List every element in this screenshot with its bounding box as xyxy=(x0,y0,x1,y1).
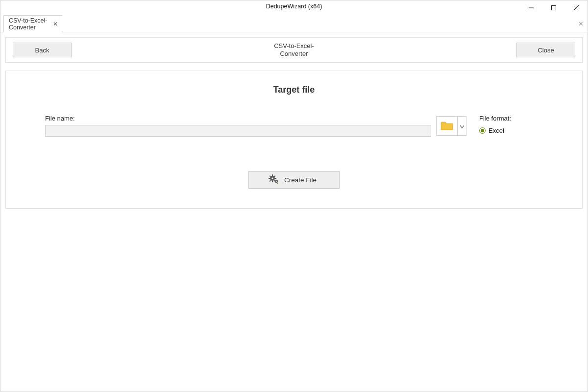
tab-close-icon[interactable]: ✕ xyxy=(52,21,59,27)
content-area: Back CSV-to-Excel- Converter Close Targe… xyxy=(0,32,588,392)
close-button[interactable]: Close xyxy=(516,43,575,57)
file-name-input[interactable] xyxy=(45,125,431,137)
minimize-button[interactable] xyxy=(520,0,542,15)
svg-rect-3 xyxy=(272,181,273,182)
create-file-label: Create File xyxy=(284,176,317,184)
tabstrip-close-icon[interactable]: ✕ xyxy=(578,20,584,27)
chevron-down-icon xyxy=(460,122,464,130)
svg-rect-4 xyxy=(269,178,270,179)
tab-converter[interactable]: CSV-to-Excel- Converter ✕ xyxy=(3,15,62,32)
maximize-button[interactable] xyxy=(542,0,565,15)
tab-label: CSV-to-Excel- Converter xyxy=(9,17,48,31)
page-header-bar: Back CSV-to-Excel- Converter Close xyxy=(5,37,583,63)
tab-strip: CSV-to-Excel- Converter ✕ ✕ xyxy=(0,15,588,32)
window-title: DedupeWizard (x64) xyxy=(0,3,588,10)
svg-rect-0 xyxy=(552,6,556,10)
format-option-excel[interactable]: Excel xyxy=(479,127,543,134)
svg-rect-2 xyxy=(272,174,273,176)
titlebar: DedupeWizard (x64) xyxy=(0,0,588,15)
folder-icon xyxy=(441,120,453,132)
browse-dropdown-button[interactable] xyxy=(458,116,466,136)
target-file-panel: Target file File name: xyxy=(5,71,583,209)
create-file-button[interactable]: Create File xyxy=(248,171,340,189)
page-title: CSV-to-Excel- Converter xyxy=(78,42,510,58)
svg-point-12 xyxy=(276,181,277,182)
svg-point-10 xyxy=(271,177,273,179)
radio-icon xyxy=(479,127,486,134)
format-option-label: Excel xyxy=(489,127,504,134)
svg-rect-5 xyxy=(275,178,276,179)
file-name-label: File name: xyxy=(45,115,466,122)
panel-title: Target file xyxy=(16,85,572,95)
gears-icon xyxy=(269,174,279,186)
window-close-button[interactable] xyxy=(565,0,588,15)
svg-rect-9 xyxy=(269,180,271,182)
file-format-label: File format: xyxy=(479,115,543,122)
back-button[interactable]: Back xyxy=(13,43,72,57)
browse-button[interactable] xyxy=(436,116,458,136)
